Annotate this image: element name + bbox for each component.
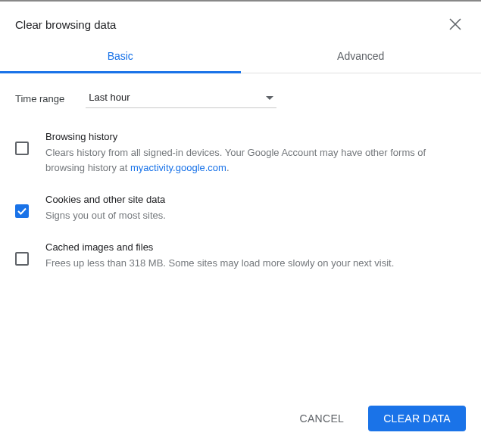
tab-advanced[interactable]: Advanced [241, 41, 482, 73]
option-description: Frees up less than 318 MB. Some sites ma… [45, 256, 466, 271]
option-title: Cached images and files [45, 241, 466, 253]
clear-data-button[interactable]: CLEAR DATA [368, 406, 466, 431]
desc-text-after: . [226, 162, 230, 173]
option-title: Browsing history [45, 131, 466, 142]
myactivity-link[interactable]: myactivity.google.com [130, 162, 226, 173]
option-cache: Cached images and files Frees up less th… [15, 240, 466, 288]
tab-basic[interactable]: Basic [0, 41, 241, 73]
option-cookies: Cookies and other site data Signs you ou… [15, 192, 466, 240]
cancel-button[interactable]: CANCEL [285, 406, 360, 431]
tab-basic-label: Basic [108, 50, 133, 62]
dialog-title: Clear browsing data [15, 18, 116, 31]
option-text: Browsing history Clears history from all… [45, 131, 466, 176]
time-range-row: Time range Last hour [15, 89, 466, 108]
option-browsing-history: Browsing history Clears history from all… [15, 129, 466, 192]
tab-bar: Basic Advanced [0, 41, 481, 73]
cookies-checkbox[interactable] [15, 204, 29, 218]
desc-text-before: Clears history from all signed-in device… [45, 147, 426, 173]
close-icon [449, 18, 461, 30]
time-range-select[interactable]: Last hour [86, 89, 276, 108]
dropdown-arrow-icon [266, 92, 273, 103]
time-range-label: Time range [15, 93, 64, 104]
time-range-value: Last hour [89, 92, 130, 103]
dialog-header: Clear browsing data [0, 2, 481, 41]
option-text: Cookies and other site data Signs you ou… [45, 194, 466, 223]
dialog-body: Time range Last hour Browsing history Cl… [0, 73, 481, 394]
cache-checkbox[interactable] [15, 252, 29, 266]
close-button[interactable] [445, 14, 466, 35]
tab-advanced-label: Advanced [337, 50, 384, 62]
option-description: Signs you out of most sites. [45, 208, 466, 223]
clear-browsing-data-dialog: Clear browsing data Basic Advanced Time … [0, 0, 481, 448]
option-text: Cached images and files Frees up less th… [45, 241, 466, 271]
option-title: Cookies and other site data [45, 194, 466, 205]
option-description: Clears history from all signed-in device… [45, 145, 466, 176]
dialog-footer: CANCEL CLEAR DATA [0, 394, 481, 448]
browsing-history-checkbox[interactable] [15, 142, 29, 155]
